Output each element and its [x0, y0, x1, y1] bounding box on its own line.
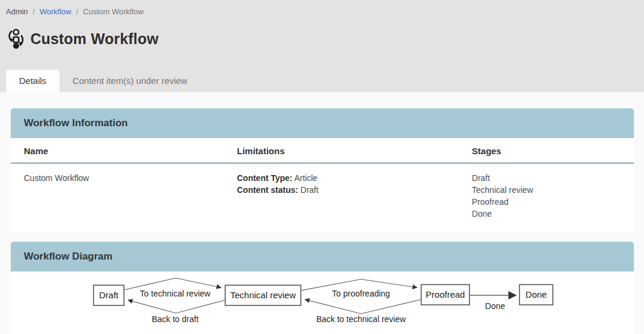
breadcrumb-separator: / [76, 7, 79, 16]
workflow-icon [6, 28, 25, 49]
column-header-name: Name [11, 138, 224, 164]
page-title: Custom Workflow [30, 30, 158, 48]
column-header-stages: Stages [459, 138, 634, 164]
limitation-content-status-label: Content status: [237, 185, 298, 195]
limitation-content-type: Content Type: Article [237, 172, 446, 184]
workflow-limitations-cell: Content Type: Article Content status: Dr… [224, 164, 459, 232]
workflow-diagram-title: Workflow Diagram [11, 242, 634, 271]
edge-label-back-to-technical-review: Back to technical review [316, 314, 406, 324]
breadcrumb-separator: / [33, 7, 35, 16]
node-technical-review-label: Technical review [230, 290, 295, 300]
workflow-diagram-body: Draft Technical review Proofread Done To… [11, 271, 634, 334]
edge-label-back-to-draft: Back to draft [152, 314, 199, 324]
stage-item-draft: Draft [472, 172, 621, 184]
workflow-information-table: Name Limitations Stages Custom Workflow … [11, 138, 634, 232]
edge-back-to-draft [128, 300, 225, 313]
limitation-content-status-value: Draft [298, 185, 318, 195]
workflow-information-body: Name Limitations Stages Custom Workflow … [11, 138, 634, 232]
workflow-diagram-svg: Draft Technical review Proofread Done To… [11, 271, 634, 334]
column-header-limitations: Limitations [224, 138, 459, 164]
workflow-name-value: Custom Workflow [24, 173, 89, 183]
stage-item-proofread: Proofread [472, 196, 621, 208]
workflow-name-cell: Custom Workflow [11, 164, 224, 232]
breadcrumb-item-current: Custom Workflow [83, 7, 144, 16]
edge-label-to-proofreading: To proofreading [332, 289, 390, 298]
page-header: Admin / Workflow / Custom Workflow Custo… [0, 0, 644, 92]
workflow-information-panel: Workflow Information Name Limitations St… [11, 108, 634, 232]
breadcrumb: Admin / Workflow / Custom Workflow [6, 6, 638, 16]
workflow-stages-cell: Draft Technical review Proofread Done [459, 164, 634, 232]
workflow-information-title: Workflow Information [11, 108, 634, 138]
edge-back-to-technical-review [305, 299, 421, 314]
tab-content-items-under-review[interactable]: Content item(s) under review [60, 70, 201, 92]
edge-label-to-technical-review: To technical review [140, 289, 211, 298]
breadcrumb-item-admin[interactable]: Admin [6, 7, 28, 16]
edge-label-done: Done [485, 301, 505, 311]
workflow-diagram-panel: Workflow Diagram Draft Technical re [11, 242, 634, 334]
title-row: Custom Workflow [6, 28, 638, 49]
node-draft-label: Draft [99, 290, 119, 300]
main-content: Workflow Information Name Limitations St… [0, 92, 644, 334]
limitation-content-type-label: Content Type: [237, 173, 293, 183]
limitation-content-status: Content status: Draft [237, 184, 446, 196]
limitation-content-type-value: Article [293, 173, 318, 183]
tab-bar: Details Content item(s) under review [6, 70, 200, 92]
stage-item-done: Done [472, 208, 621, 220]
node-proofread-label: Proofread [426, 289, 465, 299]
edge-to-technical-review [124, 278, 221, 290]
tab-details[interactable]: Details [6, 70, 60, 92]
breadcrumb-item-workflow[interactable]: Workflow [39, 7, 71, 16]
node-done-label: Done [525, 289, 547, 299]
stage-item-technical-review: Technical review [472, 184, 621, 196]
